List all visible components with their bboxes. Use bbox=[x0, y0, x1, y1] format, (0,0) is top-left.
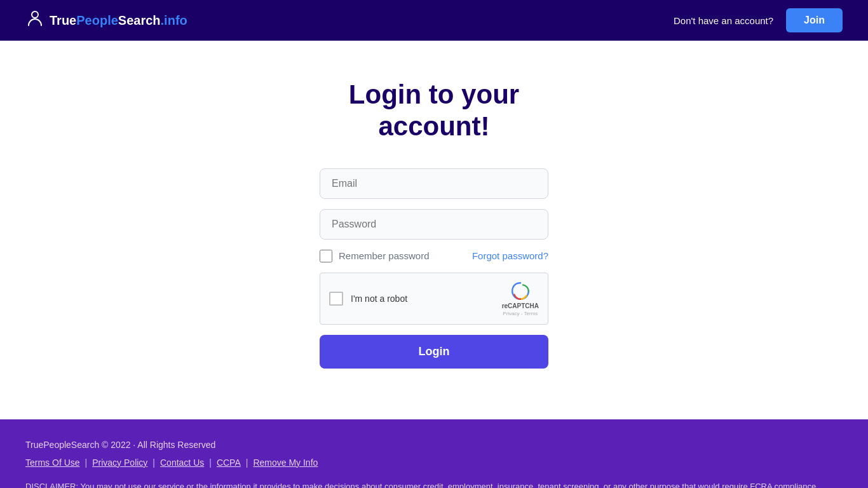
captcha-right: reCAPTCHA Privacy - Terms bbox=[502, 281, 539, 316]
main-content: Login to your account! Remember password… bbox=[0, 41, 868, 419]
captcha-checkbox[interactable] bbox=[329, 292, 343, 306]
separator-1: | bbox=[85, 458, 88, 468]
recaptcha-brand: reCAPTCHA bbox=[502, 302, 539, 309]
page-title: Login to your account! bbox=[349, 79, 519, 143]
separator-3: | bbox=[209, 458, 212, 468]
login-form: Remember password Forgot password? I'm n… bbox=[320, 168, 548, 369]
password-field[interactable] bbox=[320, 209, 548, 240]
header: TruePeopleSearch.info Don't have an acco… bbox=[0, 0, 868, 41]
captcha-label: I'm not a robot bbox=[351, 294, 407, 304]
footer: TruePeopleSearch © 2022 · All Rights Res… bbox=[0, 419, 868, 488]
header-right: Don't have an account? Join bbox=[674, 8, 843, 32]
login-button[interactable]: Login bbox=[320, 335, 548, 369]
separator-2: | bbox=[153, 458, 155, 468]
remember-checkbox[interactable] bbox=[320, 250, 332, 262]
recaptcha-icon bbox=[510, 281, 531, 301]
captcha-left: I'm not a robot bbox=[329, 292, 407, 306]
join-button[interactable]: Join bbox=[786, 8, 843, 32]
email-field[interactable] bbox=[320, 168, 548, 199]
remember-label: Remember password bbox=[339, 250, 466, 261]
no-account-text: Don't have an account? bbox=[674, 15, 773, 26]
privacy-policy-link[interactable]: Privacy Policy bbox=[92, 458, 147, 468]
footer-disclaimer: DISCLAIMER: You may not use our service … bbox=[25, 480, 843, 488]
forgot-password-link[interactable]: Forgot password? bbox=[472, 250, 548, 261]
contact-us-link[interactable]: Contact Us bbox=[160, 458, 204, 468]
logo[interactable]: TruePeopleSearch.info bbox=[25, 9, 187, 32]
footer-copyright: TruePeopleSearch © 2022 · All Rights Res… bbox=[25, 440, 843, 450]
logo-text: TruePeopleSearch.info bbox=[50, 13, 187, 28]
footer-links: Terms Of Use | Privacy Policy | Contact … bbox=[25, 458, 843, 468]
svg-point-0 bbox=[32, 11, 38, 18]
remember-row: Remember password Forgot password? bbox=[320, 250, 548, 262]
person-icon bbox=[25, 9, 44, 32]
terms-of-use-link[interactable]: Terms Of Use bbox=[25, 458, 80, 468]
remove-my-info-link[interactable]: Remove My Info bbox=[253, 458, 318, 468]
recaptcha-box[interactable]: I'm not a robot reCAPTCHA Privacy - Term… bbox=[320, 273, 548, 325]
recaptcha-sub: Privacy - Terms bbox=[503, 311, 538, 316]
separator-4: | bbox=[246, 458, 248, 468]
ccpa-link[interactable]: CCPA bbox=[217, 458, 241, 468]
